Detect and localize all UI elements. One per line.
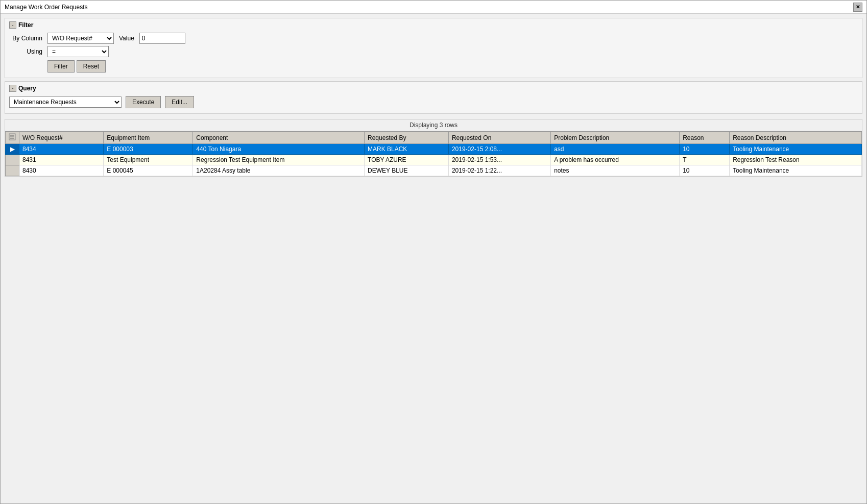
query-collapse-button[interactable]: - [9,85,16,92]
query-select[interactable]: Maintenance Requests [9,97,122,108]
cell-reason: 10 [680,165,730,176]
reset-button[interactable]: Reset [77,60,106,73]
cell-requested-by: TOBY AZURE [365,155,449,165]
filter-collapse-button[interactable]: - [9,21,16,29]
col-header-problem-description: Problem Description [551,132,680,144]
title-bar-left: Manage Work Order Requests [5,4,88,11]
cell-problem-description: A problem has occurred [551,155,680,165]
using-select[interactable]: = < > <= >= <> LIKE [47,46,109,57]
cell-reason-description: Tooling Maintenance [730,165,862,176]
cell-requested-by: DEWEY BLUE [365,165,449,176]
query-row: Maintenance Requests Execute Edit... [9,96,858,108]
cell-reason: 10 [680,144,730,155]
title-bar: Manage Work Order Requests ✕ [1,1,866,14]
cell-problem-description: notes [551,165,680,176]
col-header-requested-by: Requested By [365,132,449,144]
col-header-component: Component [193,132,365,144]
cell-requested-by: MARK BLACK [365,144,449,155]
filter-section-title: Filter [18,21,33,29]
cell-reason-description: Tooling Maintenance [730,144,862,155]
filter-section: - Filter By Column W/O Request# Equipmen… [5,18,862,78]
cell-problem-description: asd [551,144,680,155]
filter-button[interactable]: Filter [47,60,75,73]
grid-header-icon [9,133,16,140]
row-indicator [6,165,19,176]
col-header-wo-request: W/O Request# [19,132,104,144]
value-input[interactable] [139,33,185,44]
by-column-select[interactable]: W/O Request# Equipment Item Component Re… [47,33,114,44]
row-indicator [6,155,19,165]
cell-requested-on: 2019-02-15 2:08... [448,144,550,155]
grid-status: Displaying 3 rows [5,119,862,131]
using-label: Using [9,48,42,55]
cell-equipment-item: E 000045 [104,165,193,176]
execute-button[interactable]: Execute [126,96,161,108]
cell-reason-description: Regression Test Reason [730,155,862,165]
cell-component: 440 Ton Niagara [193,144,365,155]
col-header-requested-on: Requested On [448,132,550,144]
cell-wo-request: 8431 [19,155,104,165]
col-header-equipment-item: Equipment Item [104,132,193,144]
main-window: Manage Work Order Requests ✕ - Filter By… [0,0,867,504]
grid-header-row: W/O Request# Equipment Item Component Re… [6,132,862,144]
cell-equipment-item: E 000003 [104,144,193,155]
cell-wo-request: 8430 [19,165,104,176]
query-section: - Query Maintenance Requests Execute Edi… [5,81,862,114]
grid-header-indicator [6,132,19,144]
grid-section: Displaying 3 rows W/O Request# [5,119,862,177]
row-indicator: ▶ [6,144,19,155]
col-header-reason-description: Reason Description [730,132,862,144]
cell-wo-request: 8434 [19,144,104,155]
cell-equipment-item: Test Equipment [104,155,193,165]
cell-requested-on: 2019-02-15 1:22... [448,165,550,176]
filter-using-row: Using = < > <= >= <> LIKE [9,46,858,57]
by-column-label: By Column [9,35,42,42]
table-row[interactable]: 8430E 0000451A20284 Assy tableDEWEY BLUE… [6,165,862,176]
filter-button-row: Filter Reset [47,60,858,73]
query-section-title: Query [18,85,36,92]
value-label: Value [119,35,134,42]
cell-component: 1A20284 Assy table [193,165,365,176]
table-row[interactable]: 8431Test EquipmentRegression Test Equipm… [6,155,862,165]
cell-requested-on: 2019-02-15 1:53... [448,155,550,165]
col-header-reason: Reason [680,132,730,144]
window-title: Manage Work Order Requests [5,4,88,11]
table-row[interactable]: ▶8434E 000003440 Ton NiagaraMARK BLACK20… [6,144,862,155]
close-button[interactable]: ✕ [853,3,862,12]
cell-component: Regression Test Equipment Item [193,155,365,165]
query-section-header: - Query [9,85,858,92]
edit-button[interactable]: Edit... [165,96,194,108]
filter-section-header: - Filter [9,21,858,29]
filter-by-column-row: By Column W/O Request# Equipment Item Co… [9,33,858,44]
grid-table: W/O Request# Equipment Item Component Re… [5,131,862,176]
main-content: - Filter By Column W/O Request# Equipmen… [1,14,866,503]
cell-reason: T [680,155,730,165]
